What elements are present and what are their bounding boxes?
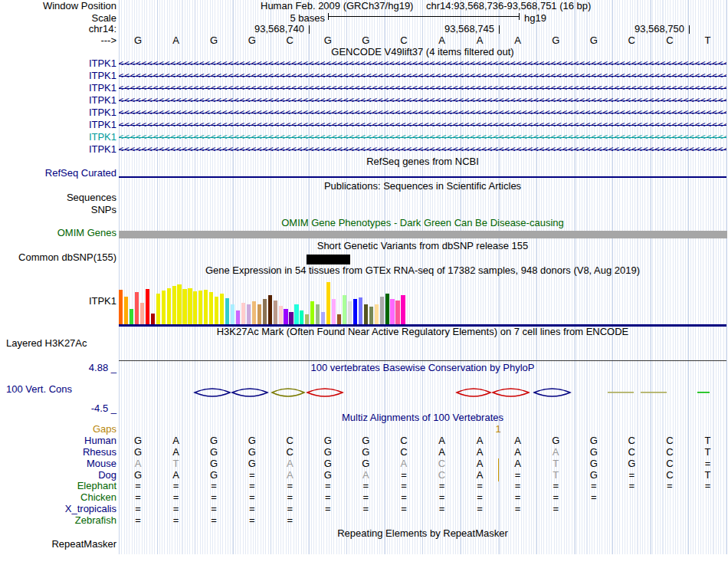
refseq-curated-item[interactable] xyxy=(119,176,726,178)
gtex-bar[interactable] xyxy=(375,304,379,324)
gene-label[interactable]: ITPK1 xyxy=(0,71,116,81)
gtex-bar[interactable] xyxy=(332,299,336,324)
omim-genes-label[interactable]: OMIM Genes xyxy=(0,228,116,238)
gtex-bar[interactable] xyxy=(353,299,357,324)
species-label[interactable]: Chicken xyxy=(0,492,116,503)
h3k27ac-baseline[interactable] xyxy=(119,360,726,361)
gene-strand-arrows[interactable]: <<<<<<<<<<<<<<<<<<<<<<<<<<<<<<<<<<<<<<<<… xyxy=(119,58,726,69)
gene-label[interactable]: ITPK1 xyxy=(0,132,116,143)
gtex-bar[interactable] xyxy=(140,303,144,324)
gtex-bar[interactable] xyxy=(369,307,373,324)
gtex-bar[interactable] xyxy=(188,288,192,324)
gtex-bar[interactable] xyxy=(252,301,256,324)
omim-track-title[interactable]: OMIM Gene Phenotypes - Dark Green Can Be… xyxy=(119,218,726,228)
gene-label[interactable]: ITPK1 xyxy=(0,120,116,130)
species-label[interactable]: Gaps xyxy=(0,424,116,435)
gtex-bar[interactable] xyxy=(204,290,208,324)
sequences-label[interactable]: Sequences xyxy=(0,192,116,203)
species-label[interactable]: Dog xyxy=(0,470,116,481)
gtex-bar[interactable] xyxy=(263,299,267,324)
gene-strand-arrows[interactable]: <<<<<<<<<<<<<<<<<<<<<<<<<<<<<<<<<<<<<<<<… xyxy=(119,132,726,143)
gtex-bar[interactable] xyxy=(220,294,224,324)
gtex-bar[interactable] xyxy=(284,309,287,324)
refseq-track-title[interactable]: RefSeq genes from NCBI xyxy=(119,156,726,167)
gtex-bar[interactable] xyxy=(401,295,405,324)
gtex-bar[interactable] xyxy=(124,297,128,324)
gtex-bar[interactable] xyxy=(198,291,202,324)
gtex-bar[interactable] xyxy=(225,298,229,324)
gtex-bar[interactable] xyxy=(326,282,330,324)
dbsnp-variant-box[interactable] xyxy=(307,255,350,264)
gtex-bar[interactable] xyxy=(305,314,309,324)
gene-strand-arrows[interactable]: <<<<<<<<<<<<<<<<<<<<<<<<<<<<<<<<<<<<<<<<… xyxy=(119,144,726,155)
gtex-bar[interactable] xyxy=(193,291,197,324)
gtex-bar[interactable] xyxy=(182,289,186,324)
gtex-bar[interactable] xyxy=(343,295,346,324)
snps-label[interactable]: SNPs xyxy=(0,205,116,215)
gtex-bar[interactable] xyxy=(135,292,139,324)
h3k27ac-label[interactable]: Layered H3K27Ac xyxy=(6,338,116,349)
gtex-bar[interactable] xyxy=(151,314,155,324)
gene-label[interactable]: ITPK1 xyxy=(0,95,116,106)
gtex-bar[interactable] xyxy=(380,297,384,324)
gtex-bar[interactable] xyxy=(257,304,261,324)
gene-strand-arrows[interactable]: <<<<<<<<<<<<<<<<<<<<<<<<<<<<<<<<<<<<<<<<… xyxy=(119,83,726,94)
gtex-bar[interactable] xyxy=(247,304,251,324)
h3k27ac-track-title[interactable]: H3K27Ac Mark (Often Found Near Active Re… xyxy=(119,327,726,337)
gencode-track-title[interactable]: GENCODE V49lift37 (4 items filtered out) xyxy=(119,47,726,57)
gtex-bar[interactable] xyxy=(156,294,160,324)
conservation-label[interactable]: 100 Vert. Cons xyxy=(6,384,116,395)
gtex-bar[interactable] xyxy=(279,306,283,324)
species-label[interactable]: Elephant xyxy=(0,481,116,491)
gtex-track-title[interactable]: Gene Expression in 54 tissues from GTEx … xyxy=(119,265,726,276)
gene-strand-arrows[interactable]: <<<<<<<<<<<<<<<<<<<<<<<<<<<<<<<<<<<<<<<<… xyxy=(119,71,726,81)
gtex-bar[interactable] xyxy=(236,310,240,324)
gene-strand-arrows[interactable]: <<<<<<<<<<<<<<<<<<<<<<<<<<<<<<<<<<<<<<<<… xyxy=(119,107,726,118)
omim-gene-bar[interactable] xyxy=(119,231,727,238)
gtex-bar[interactable] xyxy=(241,303,245,324)
gene-label[interactable]: ITPK1 xyxy=(0,83,116,94)
gtex-gene-label[interactable]: ITPK1 xyxy=(0,296,116,307)
species-label[interactable]: Zebrafish xyxy=(0,515,116,526)
gene-strand-arrows[interactable]: <<<<<<<<<<<<<<<<<<<<<<<<<<<<<<<<<<<<<<<<… xyxy=(119,120,726,130)
refseq-curated-label[interactable]: RefSeq Curated xyxy=(0,168,116,179)
species-label[interactable]: Mouse xyxy=(0,458,116,469)
dbsnp-label[interactable]: Common dbSNP(155) xyxy=(0,252,116,263)
gtex-bar[interactable] xyxy=(395,301,399,324)
repeatmasker-track-title[interactable]: Repeating Elements by RepeatMasker xyxy=(119,528,726,539)
gtex-bar[interactable] xyxy=(119,290,123,324)
gene-label[interactable]: ITPK1 xyxy=(0,58,116,69)
gtex-bar[interactable] xyxy=(215,297,218,324)
gtex-bar[interactable] xyxy=(364,304,368,324)
gtex-bar[interactable] xyxy=(177,284,181,324)
gtex-bar[interactable] xyxy=(294,304,298,324)
gtex-bar[interactable] xyxy=(162,291,166,324)
gtex-bar[interactable] xyxy=(209,292,213,324)
gtex-bar[interactable] xyxy=(310,301,314,324)
gtex-bar[interactable] xyxy=(172,286,176,324)
gene-strand-arrows[interactable]: <<<<<<<<<<<<<<<<<<<<<<<<<<<<<<<<<<<<<<<<… xyxy=(119,95,726,106)
gtex-bar[interactable] xyxy=(146,289,149,324)
gene-label[interactable]: ITPK1 xyxy=(0,144,116,155)
gtex-bar[interactable] xyxy=(348,301,352,324)
repeatmasker-label[interactable]: RepeatMasker xyxy=(0,539,116,550)
species-label[interactable]: Human xyxy=(0,435,116,446)
gtex-bar[interactable] xyxy=(390,299,394,324)
gtex-bar[interactable] xyxy=(289,312,293,324)
gtex-bar[interactable] xyxy=(167,288,171,324)
gtex-bar[interactable] xyxy=(385,294,389,324)
multiz-track-title[interactable]: Multiz Alignments of 100 Vertebrates xyxy=(119,412,726,423)
gene-label[interactable]: ITPK1 xyxy=(0,107,116,118)
gtex-bar[interactable] xyxy=(316,304,320,324)
species-label[interactable]: X_tropicalis xyxy=(0,504,116,514)
gtex-bar[interactable] xyxy=(231,304,234,324)
gtex-bar[interactable] xyxy=(300,310,303,324)
gtex-bar[interactable] xyxy=(274,301,277,324)
gtex-bar[interactable] xyxy=(130,309,133,324)
gtex-bar[interactable] xyxy=(337,314,341,324)
gtex-bar[interactable] xyxy=(268,295,272,324)
gtex-bar[interactable] xyxy=(359,297,362,324)
conservation-track-title[interactable]: 100 vertebrates Basewise Conservation by… xyxy=(119,363,726,373)
dbsnp-track-title[interactable]: Short Genetic Variants from dbSNP releas… xyxy=(119,241,726,251)
species-label[interactable]: Rhesus xyxy=(0,447,116,458)
